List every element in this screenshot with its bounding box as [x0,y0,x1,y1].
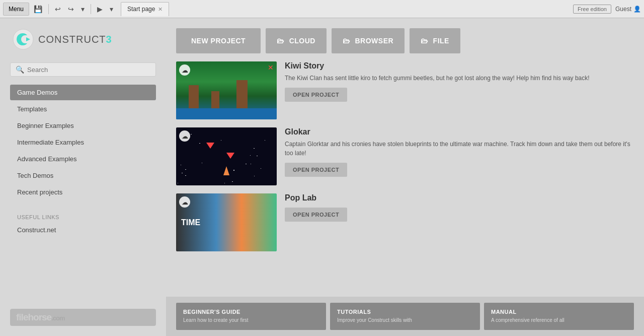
save-button[interactable]: 💾 [31,3,45,16]
project-desc-glokar: Captain Glorktar and his cronies have st… [285,140,634,158]
project-title-kiwi-story: Kiwi Story [285,61,634,71]
construct-net-link[interactable]: Construct.net [10,222,156,238]
content-area: NEW PROJECT 🗁 CLOUD 🗁 BROWSER 🗁 FILE ☁✕K… [166,18,644,336]
open-project-button-glokar[interactable]: OPEN PROJECT [285,163,347,177]
guest-label: Guest [615,6,631,13]
project-thumb-glokar: ☁ [176,127,277,185]
free-edition-badge: Free edition [573,5,611,14]
project-thumb-pop-lab: TIME☁ [176,193,277,251]
useful-links-label: Useful links [10,209,156,222]
logo-text: CONSTRUCT3 [38,34,112,45]
search-box: 🔍 [10,62,156,77]
sidebar-item-beginner-examples[interactable]: Beginner Examples [10,118,156,133]
separator [48,4,49,14]
folder-icon-browser: 🗁 [343,37,350,45]
folder-icon: 🗁 [277,37,284,45]
link-card-title-beginners-guide: BEGINNER'S GUIDE [183,309,319,315]
start-page-tab[interactable]: Start page ✕ [121,2,169,16]
useful-links-section: Useful links Construct.net [10,209,156,239]
sidebar-item-tech-demos[interactable]: Tech Demos [10,168,156,183]
tab-close-icon[interactable]: ✕ [158,6,163,13]
browser-label: BROWSER [355,37,393,45]
search-icon: 🔍 [16,65,24,74]
top-buttons: NEW PROJECT 🗁 CLOUD 🗁 BROWSER 🗁 FILE [166,18,644,61]
separator2 [91,4,91,14]
link-card-beginners-guide[interactable]: BEGINNER'S GUIDELearn how to create your… [176,303,326,330]
link-card-title-manual: MANUAL [491,309,627,315]
file-button[interactable]: 🗁 FILE [410,28,460,53]
project-card-kiwi-story: ☁✕Kiwi StoryThe Kiwi Clan has sent littl… [176,61,634,119]
sidebar-item-recent-projects[interactable]: Recent projects [10,184,156,200]
toolbar-right: Free edition Guest 👤 [573,5,641,14]
redo-dropdown[interactable]: ▾ [78,3,87,16]
file-label: FILE [433,37,449,45]
new-project-button[interactable]: NEW PROJECT [176,28,261,53]
cloud-badge: ☁ [179,196,190,208]
project-info-kiwi-story: Kiwi StoryThe Kiwi Clan has sent little … [285,61,634,102]
sidebar-item-advanced-examples[interactable]: Advanced Examples [10,151,156,167]
folder-icon-file: 🗁 [421,37,428,45]
filehorse-area: filehorse.com [10,301,156,326]
project-title-glokar: Glokar [285,127,634,137]
browser-button[interactable]: 🗁 BROWSER [332,28,405,53]
project-info-pop-lab: Pop LabOPEN PROJECT [285,193,634,222]
projects-list: ☁✕Kiwi StoryThe Kiwi Clan has sent littl… [166,61,644,297]
link-card-desc-manual: A comprehensive reference of all [491,317,627,324]
guest-area: Guest 👤 [615,6,641,13]
link-card-manual[interactable]: MANUALA comprehensive reference of all [484,303,634,330]
bottom-links: BEGINNER'S GUIDELearn how to create your… [166,297,644,336]
project-desc-kiwi-story: The Kiwi Clan has sent little kiro to fe… [285,74,634,83]
tab-label: Start page [127,6,155,13]
project-title-pop-lab: Pop Lab [285,193,634,203]
link-card-tutorials[interactable]: TUTORIALSImprove your Construct skills w… [330,303,480,330]
construct3-logo [12,28,34,50]
cloud-badge: ☁ [179,64,190,76]
nav-items: Game DemosTemplatesBeginner ExamplesInte… [10,85,156,201]
toolbar: Menu 💾 ↩ ↪ ▾ ▶ ▾ Start page ✕ Free editi… [0,0,644,18]
link-card-desc-tutorials: Improve your Construct skills with [337,317,473,324]
menu-button[interactable]: Menu [3,3,29,16]
close-badge[interactable]: ✕ [268,63,274,72]
filehorse-badge: filehorse.com [10,309,156,326]
main-container: CONSTRUCT3 🔍 Game DemosTemplatesBeginner… [0,18,644,336]
project-card-glokar: ☁GlokarCaptain Glorktar and his cronies … [176,127,634,185]
sidebar: CONSTRUCT3 🔍 Game DemosTemplatesBeginner… [0,18,166,336]
play-button[interactable]: ▶ [95,3,105,16]
sidebar-item-templates[interactable]: Templates [10,101,156,117]
sidebar-item-game-demos[interactable]: Game Demos [10,85,156,100]
logo-area: CONSTRUCT3 [10,28,156,50]
project-info-glokar: GlokarCaptain Glorktar and his cronies h… [285,127,634,177]
redo-button[interactable]: ↪ [65,3,76,16]
open-project-button-pop-lab[interactable]: OPEN PROJECT [285,208,347,222]
undo-button[interactable]: ↩ [52,3,63,16]
tab-bar: Start page ✕ [121,2,169,16]
project-card-pop-lab: TIME☁Pop LabOPEN PROJECT [176,193,634,251]
search-input[interactable] [27,66,150,74]
sidebar-item-intermediate-examples[interactable]: Intermediate Examples [10,135,156,150]
cloud-button[interactable]: 🗁 CLOUD [266,28,327,53]
open-project-button-kiwi-story[interactable]: OPEN PROJECT [285,88,347,102]
project-thumb-kiwi-story: ☁✕ [176,61,277,119]
link-card-desc-beginners-guide: Learn how to create your first [183,317,319,324]
cloud-badge: ☁ [179,130,190,142]
cloud-label: CLOUD [289,37,315,45]
link-card-title-tutorials: TUTORIALS [337,309,473,315]
account-icon[interactable]: 👤 [633,6,641,13]
play-dropdown[interactable]: ▾ [107,3,116,16]
